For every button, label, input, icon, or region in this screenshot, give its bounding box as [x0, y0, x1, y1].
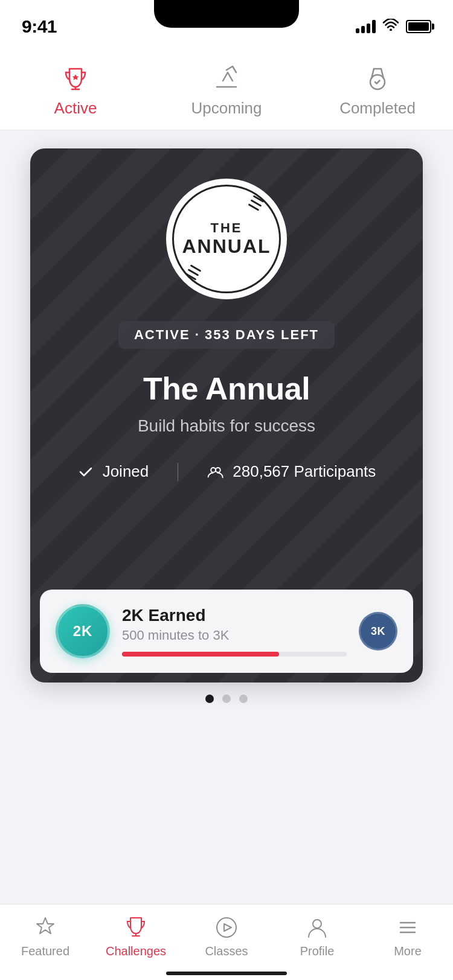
status-icons: [356, 19, 431, 34]
arrows-up-icon: [211, 63, 242, 94]
progress-bar-fill: [122, 652, 279, 657]
tab-upcoming-label: Upcoming: [191, 99, 262, 118]
nav-challenges[interactable]: Challenges: [91, 914, 181, 958]
challenge-logo: THE ANNUAL: [166, 179, 287, 299]
joined-item: Joined: [77, 462, 149, 481]
participants-label: 280,567 Participants: [233, 462, 376, 481]
logo-dashes-top: [248, 195, 265, 211]
nav-featured-label: Featured: [21, 944, 69, 958]
nav-classes[interactable]: Classes: [181, 914, 272, 958]
status-badge-text: ACTIVE · 353 DAYS LEFT: [134, 327, 319, 342]
nav-more[interactable]: More: [362, 914, 453, 958]
tab-active-label: Active: [54, 99, 97, 118]
badge-2k: 2K: [56, 604, 110, 658]
svg-point-0: [390, 29, 392, 31]
logo-text-the: THE: [211, 221, 243, 235]
medal-icon: [362, 63, 393, 94]
home-indicator: [166, 972, 287, 975]
battery-icon: [406, 20, 431, 33]
status-badge: ACTIVE · 353 DAYS LEFT: [118, 321, 335, 349]
meta-separator: [178, 463, 178, 481]
challenge-title: The Annual: [143, 371, 310, 407]
participants-item: 280,567 Participants: [207, 462, 376, 481]
nav-more-label: More: [394, 944, 422, 958]
play-circle-icon: [213, 914, 240, 941]
trophy-star-icon: [60, 63, 91, 94]
joined-label: Joined: [103, 462, 149, 481]
participants-icon: [207, 463, 224, 480]
badge-3k-text: 3K: [371, 625, 385, 638]
badge-2k-text: 2K: [73, 623, 93, 640]
dot-2: [222, 695, 231, 703]
person-icon: [304, 914, 330, 941]
bottom-nav: Featured Challenges Classes: [0, 904, 453, 980]
pagination-dots: [205, 695, 248, 703]
progress-bar: [122, 652, 347, 657]
nav-featured[interactable]: Featured: [0, 914, 91, 958]
nav-profile[interactable]: Profile: [272, 914, 362, 958]
card-inner: THE ANNUAL ACTIVE · 353 DAYS LEFT The An…: [30, 148, 423, 590]
tab-upcoming[interactable]: Upcoming: [151, 63, 302, 118]
notch: [154, 0, 299, 28]
tab-completed[interactable]: Completed: [302, 63, 453, 118]
challenge-subtitle: Build habits for success: [138, 416, 315, 436]
tab-completed-label: Completed: [339, 99, 416, 118]
svg-point-3: [216, 468, 220, 472]
signal-icon: [356, 20, 376, 33]
earned-row[interactable]: 2K 2K Earned 500 minutes to 3K 3K: [40, 590, 413, 673]
svg-point-5: [313, 920, 321, 928]
status-bar: 9:41: [0, 0, 453, 53]
svg-point-2: [211, 468, 216, 472]
nav-challenges-label: Challenges: [106, 944, 166, 958]
card-meta: Joined 280,567 Participants: [77, 462, 376, 481]
challenge-card[interactable]: THE ANNUAL ACTIVE · 353 DAYS LEFT The An…: [30, 148, 423, 682]
main-content: THE ANNUAL ACTIVE · 353 DAYS LEFT The An…: [0, 130, 453, 727]
logo-text-annual: ANNUAL: [182, 236, 271, 257]
svg-point-4: [217, 918, 236, 937]
top-tabs: Active Upcoming Completed: [0, 53, 453, 130]
check-icon: [77, 463, 94, 480]
dot-1: [205, 695, 214, 703]
dot-3: [239, 695, 248, 703]
menu-icon: [394, 914, 421, 941]
star-icon: [32, 914, 59, 941]
tab-active[interactable]: Active: [0, 63, 151, 118]
earned-info: 2K Earned 500 minutes to 3K: [122, 606, 347, 657]
trophy-icon: [123, 914, 149, 941]
logo-circle-inner: THE ANNUAL: [172, 185, 281, 293]
nav-classes-label: Classes: [205, 944, 248, 958]
earned-title: 2K Earned: [122, 606, 347, 625]
logo-dashes-bottom: [185, 264, 202, 280]
status-time: 9:41: [22, 16, 57, 37]
nav-profile-label: Profile: [300, 944, 335, 958]
badge-3k: 3K: [359, 612, 397, 651]
earned-subtitle: 500 minutes to 3K: [122, 628, 347, 643]
wifi-icon: [383, 19, 399, 34]
